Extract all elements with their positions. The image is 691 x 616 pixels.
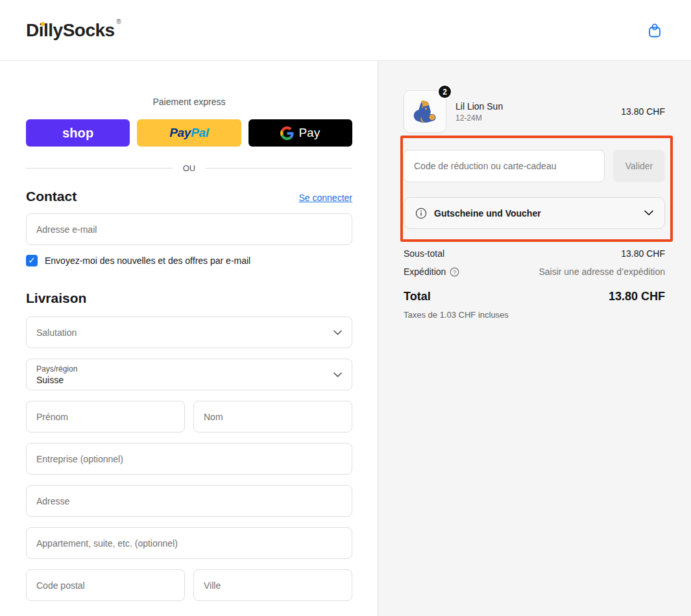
totals-section: Sous-total 13.80 CHF Expédition ? Saisir… [404,247,665,320]
newsletter-row: ✓ Envoyez-moi des nouvelles et des offre… [26,255,352,267]
shipping-row: Expédition ? Saisir une adresse d’expédi… [404,265,665,278]
email-field[interactable] [26,213,352,245]
cart-line-item: 2 Lil Lion Sun 12-24M 13.80 CHF [404,90,665,133]
gpay-label: Pay [298,126,320,140]
help-question-icon[interactable]: ? [450,267,459,277]
total-row: Total 13.80 CHF [404,290,665,303]
chevron-down-icon [333,330,342,335]
product-price: 13.80 CHF [621,106,665,117]
city-field[interactable] [193,569,352,601]
product-name: Lil Lion Sun [455,101,503,112]
newsletter-label: Envoyez-moi des nouvelles et des offres … [45,255,250,266]
chevron-down-icon [333,372,342,377]
info-icon [415,207,427,219]
registered-mark: ® [116,18,121,25]
salutation-select[interactable]: Salutation [26,316,352,348]
country-value: Suisse [36,375,333,385]
shop-pay-button[interactable]: shop [26,119,130,147]
salutation-placeholder: Salutation [36,327,333,338]
order-summary-panel: 2 Lil Lion Sun 12-24M 13.80 CHF Valider … [378,61,691,616]
address-field[interactable] [26,485,352,517]
or-divider-label: OU [183,163,196,173]
express-payment-buttons: shop PayPal Pay [26,119,352,147]
chevron-down-icon [644,210,653,216]
subtotal-value: 13.80 CHF [621,248,665,259]
store-logo[interactable]: DillySocks ® [26,20,115,41]
contact-title: Contact [26,189,77,204]
subtotal-row: Sous-total 13.80 CHF [404,247,665,260]
shipping-title: Livraison [26,290,352,306]
svg-text:?: ? [454,268,457,275]
apply-discount-button[interactable]: Valider [613,150,665,182]
subtotal-label: Sous-total [404,248,444,259]
or-divider: OU [26,163,352,173]
paypal-logo: PayPal [169,126,209,140]
newsletter-checkbox[interactable]: ✓ [26,255,38,267]
product-variant: 12-24M [455,113,503,123]
product-thumbnail: 2 [404,90,446,133]
shipping-value: Saisir une adresse d’expédition [539,267,665,277]
google-pay-button[interactable]: Pay [249,119,352,147]
country-label: Pays/région [36,364,333,373]
login-link[interactable]: Se connecter [299,193,353,203]
taxes-note: Taxes de 1.03 CHF incluses [404,310,665,320]
country-select-content: Pays/région Suisse [36,364,333,385]
first-name-field[interactable] [26,401,185,432]
divider-line [26,168,173,169]
name-row [26,390,352,432]
company-field[interactable] [26,443,352,475]
google-g-icon [280,126,294,140]
divider-line [206,168,352,169]
paypal-button[interactable]: PayPal [137,119,241,147]
cart-bag-icon[interactable] [646,21,664,40]
apartment-field[interactable] [26,527,352,559]
product-info: Lil Lion Sun 12-24M [455,101,503,123]
express-payment-title: Paiement express [26,97,352,107]
store-logo-text: DillySocks [26,20,115,40]
contact-section-header: Contact Se connecter [26,189,352,204]
shop-pay-logo: shop [62,126,94,141]
zip-city-row [26,559,352,601]
country-select[interactable]: Pays/région Suisse [26,359,352,390]
logo-yellow-dot [41,22,45,26]
shipping-cost-label: Expédition [404,267,446,277]
quantity-badge: 2 [437,84,452,99]
voucher-accordion[interactable]: Gutscheine und Voucher [404,197,665,229]
voucher-accordion-label: Gutscheine und Voucher [434,208,541,219]
discount-code-input[interactable] [404,150,605,182]
checkout-form-column: Paiement express shop PayPal Pay [0,61,378,616]
checkout-main: Paiement express shop PayPal Pay [0,61,691,616]
discount-row: Valider [404,150,665,182]
last-name-field[interactable] [193,401,352,432]
zip-field[interactable] [26,569,185,601]
total-value: 13.80 CHF [609,290,665,303]
total-label: Total [404,290,431,303]
header: DillySocks ® [0,0,691,61]
